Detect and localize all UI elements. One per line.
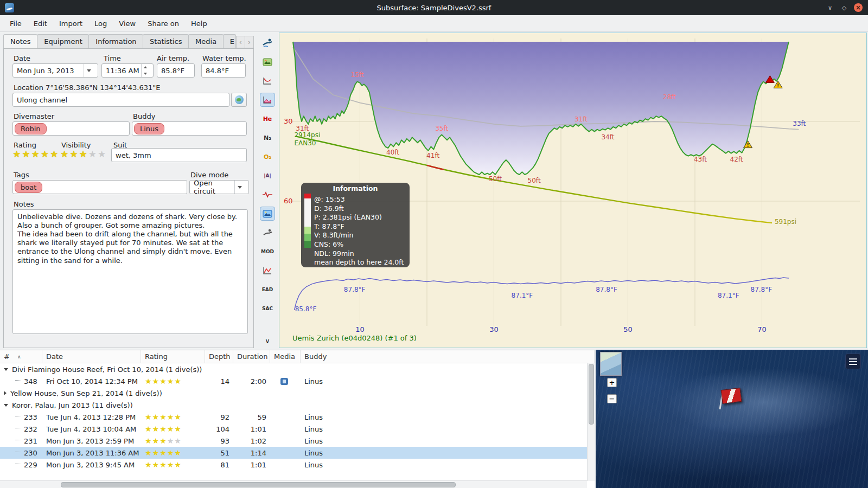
dive-list-panel: #∧DateRatingDepthDurationMediaBuddy Divi… — [0, 350, 595, 488]
star-icon: ★ — [174, 448, 182, 457]
notes-textarea[interactable]: Unbelievable dive. Dozens and dozens of … — [12, 209, 248, 334]
tab-notes[interactable]: Notes — [3, 34, 37, 48]
ruler-diver-icon[interactable] — [260, 226, 275, 240]
column-header-media[interactable]: Media — [270, 350, 301, 363]
partial-pressure-he-icon[interactable]: He — [260, 112, 275, 126]
chevron-down-icon[interactable] — [84, 64, 94, 77]
show-photos-toggle-icon[interactable] — [260, 207, 275, 221]
column-header-buddy[interactable]: Buddy — [301, 350, 595, 363]
column-header-num[interactable]: #∧ — [0, 350, 42, 363]
dive-row[interactable]: 230Mon Jun 3, 2013 11:36 AM★★★★★511:14Li… — [0, 447, 595, 459]
map-overview-inset[interactable] — [600, 352, 622, 376]
tab-media[interactable]: Media — [188, 34, 224, 48]
dc-ceiling-icon[interactable] — [260, 74, 275, 88]
buddy-field[interactable]: Linus — [132, 121, 247, 136]
toolbar-scroll-down-icon[interactable]: ∨ — [265, 337, 270, 345]
star-icon[interactable]: ★ — [22, 149, 31, 159]
dive-duration: 2:00 — [233, 377, 270, 386]
dive-list-horizontal-scrollbar[interactable] — [0, 480, 587, 488]
star-icon[interactable]: ★ — [69, 149, 79, 159]
sac-icon[interactable]: SAC — [260, 301, 275, 316]
close-icon[interactable]: × — [854, 3, 863, 12]
tab-statistics[interactable]: Statistics — [143, 34, 189, 48]
dive-computer-label: Uemis Zurich (e04d0248) (#1 of 3) — [292, 334, 417, 342]
airtemp-field[interactable]: 85.8°F — [157, 63, 195, 78]
ead-icon[interactable]: EAD — [260, 282, 275, 297]
dive-list-vertical-scrollbar[interactable] — [587, 363, 595, 481]
dive-row[interactable]: 233Tue Jun 4, 2013 12:28 PM★★★★★9259Linu… — [0, 411, 595, 423]
map-zoom-in-button[interactable]: + — [607, 378, 617, 387]
map-zoom-out-button[interactable]: − — [607, 394, 617, 403]
minimize-icon[interactable]: ∨ — [826, 3, 834, 12]
column-header-depth[interactable]: Depth — [205, 350, 233, 363]
dive-row[interactable]: 232Tue Jun 4, 2013 10:04 AM★★★★★1041:01L… — [0, 423, 595, 435]
column-header-duration[interactable]: Duration — [233, 350, 270, 363]
menu-item-view[interactable]: View — [113, 18, 141, 29]
column-header-date[interactable]: Date — [42, 350, 141, 363]
menu-item-import[interactable]: Import — [54, 18, 88, 29]
star-icon[interactable]: ★ — [12, 149, 22, 159]
visibility-stars[interactable]: ★★★★★ — [60, 149, 107, 159]
star-icon[interactable]: ★ — [79, 149, 88, 159]
tab-scroll-right-icon[interactable]: › — [245, 36, 254, 48]
trip-row[interactable]: Koror, Palau, Jun 2013 (11 dive(s)) — [0, 399, 595, 411]
dive-site-flag-marker[interactable] — [722, 389, 741, 403]
watertemp-field[interactable]: 84.8°F — [201, 63, 246, 78]
star-icon[interactable]: ★ — [88, 149, 98, 159]
trip-row[interactable]: Divi Flamingo House Reef, Fri Oct 10, 20… — [0, 363, 595, 375]
zoom-diver-icon[interactable] — [260, 36, 275, 50]
maximize-icon[interactable]: ◇ — [840, 3, 848, 12]
tab-information[interactable]: Information — [88, 34, 143, 48]
menu-item-share-on[interactable]: Share on — [142, 18, 184, 29]
scrollbar-thumb[interactable] — [589, 364, 594, 425]
menu-item-file[interactable]: File — [4, 18, 27, 29]
map-location-button[interactable] — [231, 93, 247, 107]
menu-item-edit[interactable]: Edit — [28, 18, 53, 29]
buddy-chip[interactable]: Linus — [134, 123, 164, 134]
tags-field[interactable]: boat — [12, 180, 187, 194]
suit-field[interactable]: wet, 3mm — [111, 148, 247, 162]
star-icon[interactable]: ★ — [31, 149, 41, 159]
star-icon[interactable]: ★ — [98, 149, 107, 159]
divemode-select[interactable]: Open circuit — [189, 180, 249, 194]
tab-e[interactable]: E — [223, 34, 236, 48]
partial-pressure-o2-icon[interactable]: O₂ — [260, 150, 275, 164]
divemaster-field[interactable]: Robin — [12, 121, 130, 136]
show-pictures-icon[interactable] — [260, 55, 275, 69]
tag-chip[interactable]: boat — [15, 182, 42, 193]
collapse-icon[interactable] — [4, 368, 8, 371]
collapse-icon[interactable] — [4, 404, 8, 407]
time-field[interactable]: 11:36 AM — [101, 63, 154, 78]
menu-item-help[interactable]: Help — [186, 18, 213, 29]
tab-equipment[interactable]: Equipment — [37, 34, 89, 48]
chevron-down-icon[interactable] — [234, 181, 245, 194]
dive-row[interactable]: 231Mon Jun 3, 2013 2:59 PM★★★★★931:02Lin… — [0, 435, 595, 447]
map-panel[interactable]: + − — [596, 350, 868, 488]
tab-scroll-left-icon[interactable]: ‹ — [236, 36, 245, 48]
dive-profile-chart[interactable]: 31ft15ft40ft41ft35ft50ft50ft31ft34ft28ft… — [279, 33, 866, 346]
star-icon[interactable]: ★ — [41, 149, 50, 159]
trip-row[interactable]: Yellow House, Sun Sep 21, 2014 (1 dive(s… — [0, 387, 595, 399]
star-icon[interactable]: ★ — [60, 149, 69, 159]
expand-icon[interactable] — [4, 391, 7, 395]
dive-duration: 1:02 — [233, 437, 270, 445]
partial-pressure-n2-icon[interactable]: N₂ — [260, 131, 275, 145]
media-icon[interactable] — [280, 378, 288, 385]
divemaster-chip[interactable]: Robin — [15, 123, 47, 134]
star-icon[interactable]: ★ — [50, 149, 59, 159]
location-input[interactable]: Ulong channel — [12, 93, 229, 107]
mod-icon[interactable]: MOD — [260, 245, 275, 259]
ndl-tts-icon[interactable] — [260, 264, 275, 278]
rating-stars[interactable]: ★★★★★ — [12, 149, 59, 159]
scrollbar-thumb[interactable] — [61, 482, 456, 487]
time-spinner[interactable] — [141, 64, 149, 77]
menu-item-log[interactable]: Log — [89, 18, 112, 29]
calculated-ceiling-icon[interactable] — [260, 93, 275, 107]
dive-row[interactable]: 348Fri Oct 10, 2014 12:34 PM★★★★★142:00L… — [0, 375, 595, 387]
dive-row[interactable]: 229Mon Jun 3, 2013 9:45 AM★★★★★811:01Lin… — [0, 459, 595, 471]
heart-rate-icon[interactable] — [260, 188, 275, 202]
column-header-rating[interactable]: Rating — [141, 350, 205, 363]
map-menu-button[interactable] — [845, 354, 861, 369]
average-depth-icon[interactable]: |A| — [260, 169, 275, 183]
date-select[interactable]: Mon Jun 3, 2013 — [12, 63, 98, 78]
